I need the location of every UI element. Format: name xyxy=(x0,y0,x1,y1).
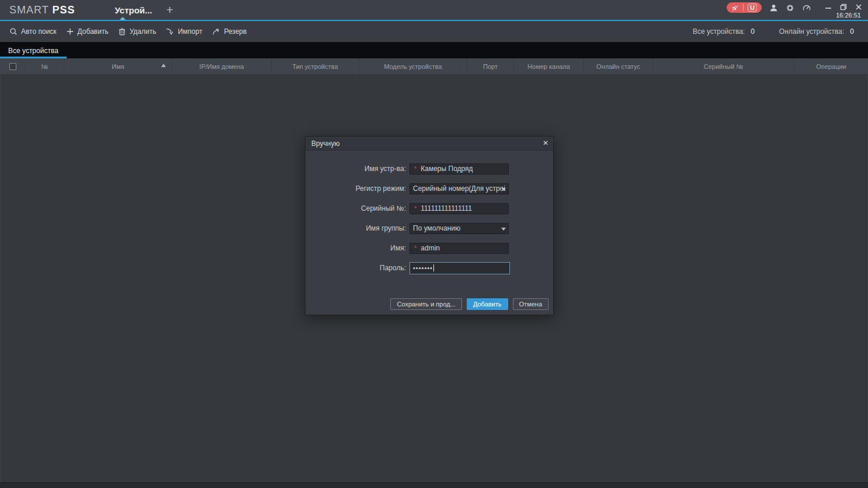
group-label: Имя группы: xyxy=(305,224,409,232)
clock: 16:26:51 xyxy=(836,12,861,19)
online-devices-count: 0 xyxy=(850,27,854,36)
add-button[interactable]: Добавить xyxy=(467,298,508,310)
user-icon[interactable] xyxy=(769,4,778,12)
device-table-header: № Имя IP/Имя домена Тип устройства Модел… xyxy=(0,58,868,74)
all-devices-counter: Все устройства:0 xyxy=(693,27,755,36)
auto-search-label: Авто поиск xyxy=(21,27,57,36)
register-mode-select[interactable]: Серийный номер(Для устройств, xyxy=(409,183,509,194)
alarm-status-pill[interactable]: U xyxy=(727,2,762,13)
serial-row: Серийный №: * xyxy=(305,198,553,218)
plus-icon xyxy=(66,27,74,36)
add-device-label: Добавить xyxy=(78,27,109,36)
mute-alarm-icon xyxy=(731,4,739,12)
alarm-u-badge: U xyxy=(748,4,757,12)
export-icon xyxy=(211,27,220,36)
dialog-form: Имя устр-ва: * Регистр режим: Серийный н… xyxy=(305,159,553,278)
register-mode-row: Регистр режим: Серийный номер(Для устрой… xyxy=(305,179,553,198)
column-serial[interactable]: Серийный № xyxy=(653,58,794,74)
manual-add-dialog: Вручную ✕ Имя устр-ва: * Регистр режим: … xyxy=(305,136,554,315)
column-name[interactable]: Имя xyxy=(64,58,172,74)
smartpss-window: { "window": { "brand_smart": "SMART", "b… xyxy=(0,0,868,488)
active-tab-caret xyxy=(120,17,126,20)
tab-all-devices[interactable]: Все устройства xyxy=(0,47,67,58)
password-field[interactable]: ••••••• xyxy=(409,262,510,274)
save-and-continue-button[interactable]: Сохранить и прод... xyxy=(390,298,461,310)
app-logo: SMART PSS xyxy=(9,4,75,16)
required-asterisk: * xyxy=(414,205,416,212)
settings-gear-icon[interactable] xyxy=(786,4,794,12)
group-value: По умолчанию xyxy=(413,224,460,232)
serial-field[interactable]: * xyxy=(409,203,509,214)
delete-device-label: Удалить xyxy=(130,27,157,36)
minimize-button[interactable] xyxy=(825,2,832,13)
titlebar: SMART PSS Устрой... + U xyxy=(0,0,868,20)
device-name-field[interactable]: * xyxy=(409,163,509,175)
username-input[interactable] xyxy=(421,244,505,252)
username-label: Имя: xyxy=(305,244,409,252)
online-devices-counter: Онлайн устройства:0 xyxy=(779,27,854,36)
column-online-status[interactable]: Онлайн статус xyxy=(584,58,653,74)
username-field[interactable]: * xyxy=(409,243,509,254)
search-icon xyxy=(9,27,18,36)
device-toolbar: Авто поиск Добавить Удалить Импорт Резер… xyxy=(0,21,868,42)
chevron-down-icon xyxy=(501,188,506,191)
text-cursor xyxy=(433,264,434,271)
serial-input[interactable] xyxy=(421,204,505,212)
pill-divider xyxy=(743,4,744,11)
select-all-checkbox[interactable] xyxy=(9,63,16,70)
required-asterisk: * xyxy=(414,165,416,172)
app-logo-bold: PSS xyxy=(52,4,75,16)
import-icon xyxy=(165,27,174,36)
dialog-buttons: Сохранить и прод... Добавить Отмена xyxy=(390,298,548,310)
group-select[interactable]: По умолчанию xyxy=(409,223,509,234)
device-counters: Все устройства:0 Онлайн устройства:0 xyxy=(693,27,854,36)
import-button[interactable]: Импорт xyxy=(165,27,202,36)
dialog-titlebar: Вручную ✕ xyxy=(305,137,553,151)
sort-asc-icon xyxy=(161,64,166,67)
column-port[interactable]: Порт xyxy=(467,58,514,74)
username-row: Имя: * xyxy=(305,238,553,258)
cancel-button[interactable]: Отмена xyxy=(513,298,548,310)
status-bar xyxy=(0,482,868,488)
chevron-down-icon xyxy=(501,228,506,231)
column-ip[interactable]: IP/Имя домена xyxy=(172,58,272,74)
select-all-cell xyxy=(0,58,26,74)
delete-device-button[interactable]: Удалить xyxy=(118,27,157,36)
device-name-label: Имя устр-ва: xyxy=(305,165,409,173)
dialog-close-icon[interactable]: ✕ xyxy=(543,138,548,148)
column-operations[interactable]: Операции xyxy=(794,58,868,74)
backup-button[interactable]: Резерв xyxy=(211,27,246,36)
column-channels[interactable]: Номер канала xyxy=(514,58,584,74)
register-mode-label: Регистр режим: xyxy=(305,184,409,193)
password-masked-value: ••••••• xyxy=(413,264,433,271)
tab-devices[interactable]: Устрой... xyxy=(109,5,158,15)
auto-search-button[interactable]: Авто поиск xyxy=(9,27,57,36)
password-label: Пароль: xyxy=(305,264,409,272)
password-row: Пароль: ••••••• xyxy=(305,258,553,278)
register-mode-value: Серийный номер(Для устройств, xyxy=(413,184,505,193)
performance-gauge-icon[interactable] xyxy=(802,4,811,12)
column-type[interactable]: Тип устройства xyxy=(272,58,359,74)
backup-label: Резерв xyxy=(224,27,246,36)
serial-label: Серийный №: xyxy=(305,204,409,212)
column-model[interactable]: Модель устройства xyxy=(359,58,467,74)
new-tab-button[interactable]: + xyxy=(166,4,173,16)
import-label: Импорт xyxy=(178,27,202,36)
add-device-button[interactable]: Добавить xyxy=(66,27,109,36)
all-devices-count: 0 xyxy=(751,27,755,36)
trash-icon xyxy=(118,27,126,36)
group-row: Имя группы: По умолчанию xyxy=(305,218,553,238)
device-name-input[interactable] xyxy=(421,165,505,173)
device-group-strip: Все устройства xyxy=(0,42,868,58)
main-tabs: Устрой... + xyxy=(109,4,173,16)
required-asterisk: * xyxy=(414,245,416,252)
column-number[interactable]: № xyxy=(26,58,64,74)
dialog-title: Вручную xyxy=(311,140,339,148)
device-name-row: Имя устр-ва: * xyxy=(305,159,553,179)
